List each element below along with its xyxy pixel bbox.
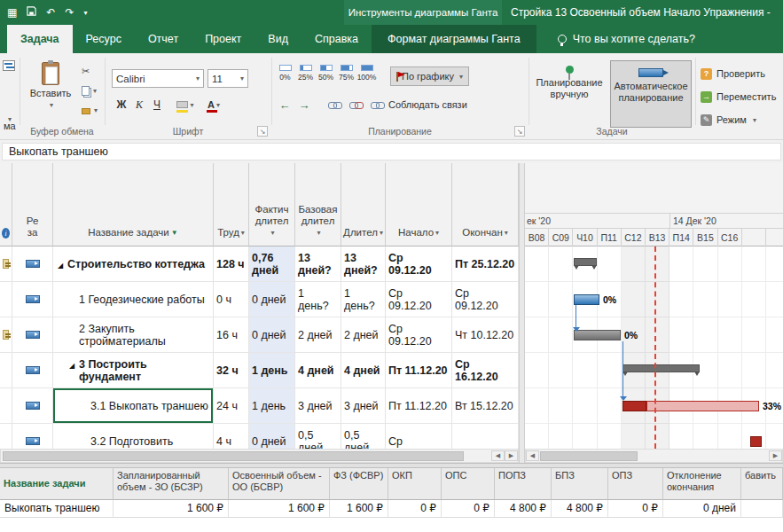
ribbon-tab[interactable]: Отчет xyxy=(135,25,192,53)
finish-cell[interactable] xyxy=(452,424,519,449)
percent-complete-button[interactable]: 50% xyxy=(317,65,334,89)
percent-complete-button[interactable]: 25% xyxy=(297,65,314,89)
finish-cell[interactable]: Ср 09.12.20 xyxy=(452,282,519,317)
duration-cell[interactable]: 1 день? xyxy=(341,282,386,317)
actual-duration-cell[interactable]: 0 дней xyxy=(249,424,295,449)
font-dialog-launcher[interactable]: ↘ xyxy=(257,126,268,137)
gantt-bar-task-slate[interactable] xyxy=(574,330,621,340)
qat-customize-icon[interactable]: ▾ xyxy=(83,9,87,17)
inspect-task-button[interactable]: ? Проверить xyxy=(701,65,765,82)
duration-cell[interactable]: 0,5 дней xyxy=(341,424,386,449)
tell-me-box[interactable]: Что вы хотите сделать? xyxy=(545,25,708,53)
scrollbar-thumb[interactable] xyxy=(3,451,464,461)
start-cell[interactable]: Ср xyxy=(386,424,452,449)
task-name-cell[interactable]: 3.2 Подготовить xyxy=(53,424,214,449)
gantt-body[interactable]: 0%0%33% xyxy=(525,246,783,449)
table-horizontal-scrollbar[interactable]: ◀ ▶ xyxy=(0,449,519,463)
task-row[interactable]: 3.2 Подготовить4 ч0 дней0,5 дней0,5 дней… xyxy=(0,424,519,449)
font-family-select[interactable]: Calibri▾ xyxy=(112,69,204,88)
undo-icon[interactable]: ↶ xyxy=(46,6,55,19)
work-column-header[interactable]: Труд▾ xyxy=(214,163,249,246)
work-cell[interactable]: 16 ч xyxy=(214,317,249,353)
actual-duration-cell[interactable]: 1 день xyxy=(249,388,295,424)
ev-header-cell[interactable]: Запланированный объем - ЗО (БСЗР) xyxy=(114,468,229,500)
filter-caret-icon[interactable]: ▼ xyxy=(171,227,178,239)
baseline-duration-cell[interactable]: 0,5 дней xyxy=(295,424,341,449)
percent-complete-button[interactable]: 0% xyxy=(277,65,294,89)
baseline-duration-column-header[interactable]: Базовая длител▾ xyxy=(295,163,341,246)
gantt-bar-task-pink[interactable] xyxy=(646,401,759,411)
ev-value-cell[interactable]: 0 дней xyxy=(663,500,741,518)
gantt-view-switch-button[interactable]: ма ▾ xyxy=(0,59,20,129)
actual-duration-cell[interactable]: 0,76 дней xyxy=(249,246,295,282)
ev-value-cell[interactable]: 0 ₽ xyxy=(608,500,663,518)
task-row[interactable]: 2 Закупить стройматериалы16 ч0 дней2 дне… xyxy=(0,317,519,353)
move-task-button[interactable]: → Переместить xyxy=(701,88,776,106)
link-tasks-button[interactable] xyxy=(326,97,342,113)
gantt-horizontal-scrollbar[interactable]: ◀ ▶ xyxy=(525,449,783,463)
outdent-task-button[interactable]: ← xyxy=(277,97,293,113)
start-column-header[interactable]: Начало▾ xyxy=(386,163,452,246)
background-color-button[interactable]: ▾ xyxy=(174,96,197,113)
unlink-tasks-button[interactable] xyxy=(348,97,364,113)
gantt-bar-progress-red[interactable] xyxy=(750,436,762,447)
task-name-cell[interactable]: 3.1 Выкопать траншею xyxy=(53,388,214,424)
gantt-bar-task-blue[interactable] xyxy=(574,294,599,305)
underline-button[interactable]: Ч xyxy=(149,96,165,113)
add-column-header[interactable]: бавить xyxy=(741,468,783,500)
schedule-dialog-launcher[interactable]: ↘ xyxy=(514,126,525,137)
scroll-left-icon[interactable]: ◀ xyxy=(526,450,539,461)
baseline-duration-cell[interactable]: 1 день? xyxy=(295,282,341,317)
entry-bar-field[interactable]: Выкопать траншею xyxy=(2,143,781,160)
duration-column-header[interactable]: Длител▾ xyxy=(341,163,386,246)
paste-button[interactable]: Вставить ▾ xyxy=(23,60,78,126)
font-size-select[interactable]: 11▾ xyxy=(207,69,248,88)
ev-header-cell[interactable]: ПОПЗ xyxy=(495,468,552,500)
baseline-duration-cell[interactable]: 2 дней xyxy=(295,317,341,353)
auto-schedule-button[interactable]: Автоматическое планирование xyxy=(610,60,692,128)
task-row[interactable]: 3.1 Выкопать траншею24 ч1 день3 дней3 дн… xyxy=(0,388,519,424)
copy-button[interactable]: ▾ xyxy=(82,82,103,99)
mark-on-track-button[interactable]: По графику ▾ xyxy=(390,66,469,86)
ev-header-cell[interactable]: БПЗ xyxy=(552,468,608,500)
ev-task-name-cell[interactable]: Выкопать траншею xyxy=(0,500,114,518)
format-painter-button[interactable]: ▾ xyxy=(82,101,103,119)
work-cell[interactable]: 24 ч xyxy=(214,388,249,424)
ribbon-tab[interactable]: Справка xyxy=(301,25,372,53)
finish-cell[interactable]: Ср 16.12.20 xyxy=(452,353,519,388)
start-cell[interactable]: Ср 09.12.20 xyxy=(386,317,452,353)
tab-format-gantt[interactable]: Формат диаграммы Ганта xyxy=(372,25,536,53)
mode-button[interactable]: ✎ Режим ▾ xyxy=(701,111,756,129)
work-cell[interactable]: 0 ч xyxy=(214,282,249,317)
ev-header-cell[interactable]: Освоенный объем - ОО (БСВР) xyxy=(229,468,330,500)
task-row[interactable]: 1 Геодезические работы0 ч0 дней1 день?1 … xyxy=(0,282,519,317)
finish-column-header[interactable]: Окончан▾ xyxy=(452,163,519,246)
ev-header-cell[interactable]: Отклонение окончания xyxy=(663,468,741,500)
start-cell[interactable]: Ср 09.12.20 xyxy=(386,282,452,317)
pane-splitter[interactable] xyxy=(519,163,525,463)
work-cell[interactable]: 32 ч xyxy=(214,353,249,388)
task-name-cell[interactable]: ◢Строительство коттеджа xyxy=(53,246,214,282)
indent-task-button[interactable]: → xyxy=(296,97,312,113)
finish-cell[interactable]: Чт 10.12.20 xyxy=(452,317,519,353)
scroll-right-icon[interactable]: ▶ xyxy=(769,450,782,461)
gantt-bar-summary[interactable] xyxy=(574,258,597,266)
expand-triangle-icon[interactable]: ◢ xyxy=(69,360,74,372)
duration-cell[interactable]: 2 дней xyxy=(341,317,386,353)
actual-duration-column-header[interactable]: Фактич длител▾ xyxy=(249,163,295,246)
respect-links-button[interactable]: Соблюдать связи xyxy=(371,97,467,113)
timescale[interactable]: ек '2014 Дек '20 В08С09Ч10П11С12В13П14В1… xyxy=(525,163,783,246)
ev-value-cell[interactable]: 1 600 ₽ xyxy=(114,500,229,518)
ribbon-tab[interactable]: Задача xyxy=(7,25,73,53)
duration-cell[interactable]: 3 дней xyxy=(341,388,386,424)
indicators-column-header[interactable]: i xyxy=(0,163,12,246)
redo-icon[interactable]: ↷ xyxy=(65,6,74,19)
gantt-bar-progress-red[interactable] xyxy=(622,401,646,411)
save-icon[interactable] xyxy=(27,6,36,19)
finish-cell[interactable]: Пт 25.12.20 xyxy=(452,246,519,282)
ev-value-cell[interactable]: 1 600 ₽ xyxy=(229,500,330,518)
ev-header-cell[interactable]: ФЗ (ФСВР) xyxy=(330,468,388,500)
start-cell[interactable]: Пт 11.12.20 xyxy=(386,388,452,424)
scroll-right-icon[interactable]: ▶ xyxy=(505,450,518,461)
ribbon-tab[interactable]: Вид xyxy=(254,25,301,53)
